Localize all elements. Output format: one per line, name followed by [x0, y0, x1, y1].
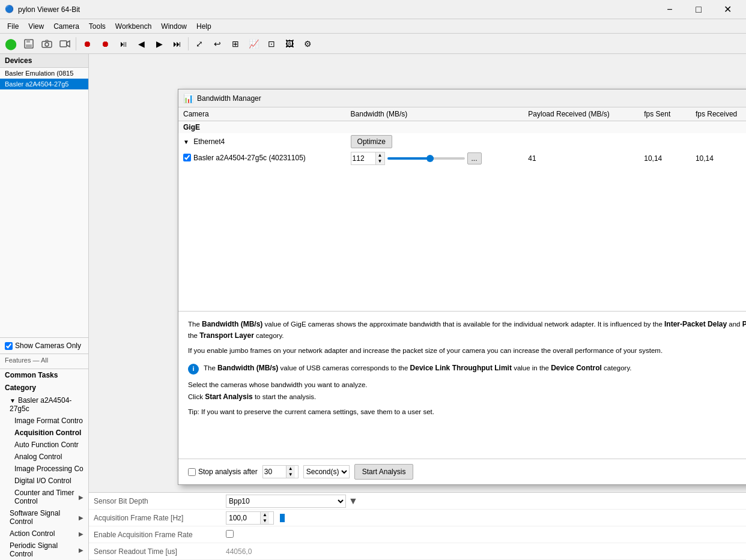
toolbar-play-btn[interactable]: ⏯	[115, 35, 132, 52]
toolbar-back-btn[interactable]: ◀	[133, 35, 150, 52]
category-image-processing[interactable]: Image Processing Co	[0, 463, 88, 475]
device-item-basler[interactable]: Basler a2A4504-27g5	[0, 79, 88, 89]
info-paragraph-5: Click Start Analysis to start the analys…	[188, 391, 746, 403]
menu-workbench[interactable]: Workbench	[111, 21, 156, 32]
category-acquisition[interactable]: Acquisition Control	[0, 427, 88, 439]
category-action[interactable]: Action Control ▶	[0, 528, 88, 540]
eth-collapse-arrow[interactable]: ▼	[183, 139, 189, 145]
bandwidth-up[interactable]: ▲	[376, 152, 384, 158]
device-item-emulation[interactable]: Basler Emulation (0815	[0, 68, 88, 79]
bandwidth-manager-dialog: 📊 Bandwidth Manager − □ ✕ Camera Bandwid…	[178, 89, 746, 485]
toolbar-live-btn[interactable]: ⬤	[2, 35, 19, 52]
category-digital-io[interactable]: Digital I/O Control	[0, 475, 88, 487]
feature-row-sensor-readout: Sensor Readout Time [us] 44056,0	[89, 543, 746, 560]
close-button[interactable]: ✕	[714, 0, 741, 19]
sensor-bit-depth-select[interactable]: Bpp10 Bpp8 Bpp12	[226, 495, 346, 508]
stop-after-up[interactable]: ▲	[287, 466, 295, 472]
col-camera: Camera	[178, 107, 346, 121]
toolbar-end-btn[interactable]: ⏭	[169, 35, 186, 52]
sidebar: Devices Basler Emulation (0815 Basler a2…	[0, 54, 89, 560]
category-counter[interactable]: Counter and Timer Control ▶	[0, 487, 88, 507]
bandwidth-down[interactable]: ▼	[376, 158, 384, 164]
info-paragraph-4: Select the cameras whose bandwidth you w…	[188, 379, 746, 390]
features-label: Features — All	[0, 354, 88, 366]
category-periodic-signal-arrow: ▶	[79, 547, 83, 553]
enable-frame-rate-checkbox[interactable]	[226, 530, 234, 538]
optimize-button[interactable]: Optimize	[351, 135, 392, 148]
category-image-format[interactable]: Image Format Contro	[0, 415, 88, 427]
frame-rate-bar	[280, 514, 285, 522]
svg-rect-5	[60, 41, 67, 47]
category-digital-io-label: Digital I/O Control	[14, 477, 71, 485]
toolbar-forward-btn[interactable]: ▶	[151, 35, 168, 52]
common-tasks-label: Common Tasks	[0, 369, 88, 381]
payload-received-value: 41	[528, 154, 536, 163]
menu-tools[interactable]: Tools	[84, 21, 111, 32]
category-analog[interactable]: Analog Control	[0, 451, 88, 463]
category-acquisition-label: Acquisition Control	[14, 429, 81, 437]
sensor-readout-label: Sensor Readout Time [us]	[94, 547, 226, 556]
stop-analysis-checkbox[interactable]	[188, 468, 196, 476]
toolbar-zoom-btn[interactable]: ⤢	[191, 35, 208, 52]
devices-title: Devices	[0, 54, 88, 68]
dialog-icon: 📊	[183, 94, 193, 103]
menu-file[interactable]: File	[2, 21, 23, 32]
fps-sent-cell: 10,14	[639, 150, 691, 167]
toolbar-fit-btn[interactable]: ⊡	[263, 35, 280, 52]
gige-group-row: GigE	[178, 121, 746, 134]
toolbar-camera-btn[interactable]	[38, 35, 55, 52]
category-periodic-signal-label: Periodic Signal Control	[10, 541, 79, 558]
stop-after-input[interactable]	[263, 466, 286, 478]
enable-frame-rate-checkbox-container	[226, 530, 741, 540]
bottom-controls: Stop analysis after ▲ ▼ Second(s) Minute…	[178, 459, 746, 484]
enable-frame-rate-label: Enable Acquisition Frame Rate	[94, 531, 226, 539]
category-auto-function[interactable]: Auto Function Contr	[0, 439, 88, 451]
category-title: Category	[0, 381, 88, 394]
time-unit-select[interactable]: Second(s) Minute(s)	[303, 465, 350, 478]
frame-rate-value-container: ▲ ▼	[226, 511, 741, 525]
toolbar-image-btn[interactable]: 🖼	[281, 35, 298, 52]
toolbar-record2-btn[interactable]: ⏺	[97, 35, 114, 52]
app-title: pylon Viewer 64-Bit	[18, 5, 656, 14]
bandwidth-slider[interactable]	[387, 157, 465, 160]
start-analysis-button[interactable]: Start Analysis	[354, 464, 414, 480]
minimize-button[interactable]: −	[656, 0, 684, 19]
toolbar-settings-btn[interactable]: ⚙	[299, 35, 316, 52]
bandwidth-input[interactable]	[351, 152, 375, 164]
category-basler[interactable]: ▼Basler a2A4504-27g5c	[0, 394, 88, 415]
frame-rate-input[interactable]	[226, 512, 260, 524]
category-periodic-signal[interactable]: Periodic Signal Control ▶	[0, 540, 88, 560]
toolbar-rotate-btn[interactable]: ↩	[209, 35, 226, 52]
menu-bar: File View Camera Tools Workbench Window …	[0, 19, 746, 34]
toolbar-record-btn[interactable]: ⏺	[79, 35, 96, 52]
category-software-signal-arrow: ▶	[79, 514, 83, 521]
frame-rate-down[interactable]: ▼	[261, 518, 269, 524]
info-tip: Tip: If you want to preserve the current…	[188, 406, 746, 417]
category-software-signal[interactable]: Software Signal Control ▶	[0, 507, 88, 528]
menu-camera[interactable]: Camera	[49, 21, 84, 32]
info-paragraph-2: If you enable jumbo frames on your netwo…	[188, 345, 746, 356]
bandwidth-table-container: Camera Bandwidth (MB/s) Payload Received…	[178, 107, 746, 312]
sensor-bit-depth-dropdown-arrow: ▼	[348, 496, 358, 507]
camera-checkbox[interactable]	[183, 154, 191, 161]
frame-rate-up[interactable]: ▲	[261, 512, 269, 518]
sensor-bit-depth-value-container: Bpp10 Bpp8 Bpp12 ▼	[226, 495, 741, 508]
bandwidth-input-wrap: ▲ ▼	[351, 152, 385, 165]
menu-view[interactable]: View	[23, 21, 49, 32]
show-cameras-checkbox[interactable]	[5, 342, 13, 350]
menu-window[interactable]: Window	[156, 21, 192, 32]
maximize-button[interactable]: □	[685, 0, 712, 19]
category-counter-arrow: ▶	[79, 494, 83, 501]
feature-row-sensor-bit-depth: Sensor Bit Depth Bpp10 Bpp8 Bpp12 ▼	[89, 493, 746, 510]
window-controls: − □ ✕	[656, 0, 741, 19]
stop-after-down[interactable]: ▼	[287, 472, 295, 478]
info-usb-row: i The Bandwidth (MB/s) value of USB came…	[188, 363, 746, 375]
toolbar-save-btn[interactable]	[20, 35, 37, 52]
menu-help[interactable]: Help	[192, 21, 216, 32]
bandwidth-cell: ▲ ▼ ...	[346, 150, 485, 167]
toolbar-video-btn[interactable]	[56, 35, 73, 52]
bandwidth-dots-btn[interactable]: ...	[467, 152, 482, 164]
toolbar-chart-btn[interactable]: 📈	[245, 35, 262, 52]
toolbar-grid-btn[interactable]: ⊞	[227, 35, 244, 52]
ethernet-row: ▼ Ethernet4 Optimize	[178, 133, 746, 150]
